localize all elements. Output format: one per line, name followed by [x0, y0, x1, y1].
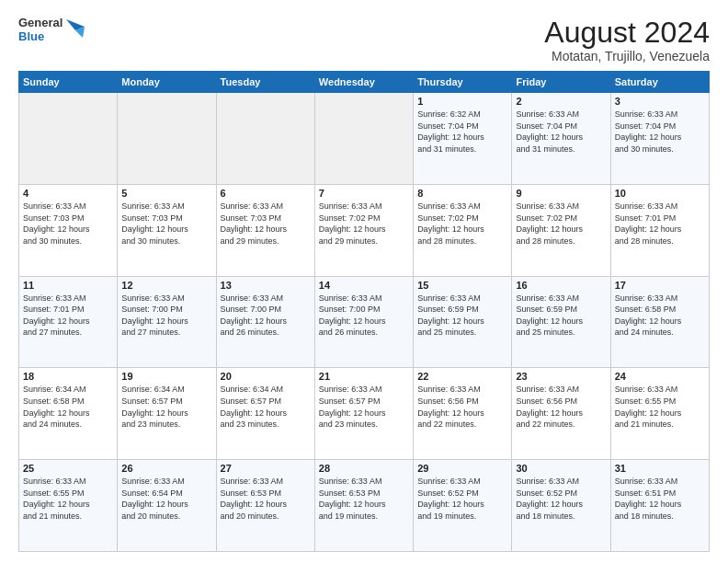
calendar-cell: 26Sunrise: 6:33 AM Sunset: 6:54 PM Dayli… [118, 460, 216, 552]
calendar-cell: 27Sunrise: 6:33 AM Sunset: 6:53 PM Dayli… [216, 460, 314, 552]
day-number: 9 [516, 188, 606, 199]
calendar-header-friday: Friday [512, 72, 610, 93]
day-number: 2 [516, 96, 606, 107]
day-info: Sunrise: 6:33 AM Sunset: 7:03 PM Dayligh… [23, 201, 113, 247]
day-info: Sunrise: 6:33 AM Sunset: 7:00 PM Dayligh… [121, 293, 211, 339]
calendar-header-saturday: Saturday [610, 72, 709, 93]
calendar: SundayMondayTuesdayWednesdayThursdayFrid… [18, 71, 710, 552]
calendar-cell: 24Sunrise: 6:33 AM Sunset: 6:55 PM Dayli… [610, 368, 709, 460]
day-number: 17 [615, 280, 705, 291]
day-info: Sunrise: 6:33 AM Sunset: 6:58 PM Dayligh… [615, 293, 705, 339]
day-info: Sunrise: 6:33 AM Sunset: 6:53 PM Dayligh… [221, 476, 311, 522]
title-block: August 2024 Motatan, Trujillo, Venezuela [544, 17, 710, 63]
calendar-cell: 23Sunrise: 6:33 AM Sunset: 6:56 PM Dayli… [512, 368, 610, 460]
calendar-cell: 2Sunrise: 6:33 AM Sunset: 7:04 PM Daylig… [512, 93, 610, 185]
calendar-cell [19, 93, 118, 185]
day-number: 12 [121, 280, 211, 291]
calendar-header-wednesday: Wednesday [314, 72, 413, 93]
day-number: 25 [23, 463, 113, 474]
day-info: Sunrise: 6:33 AM Sunset: 7:02 PM Dayligh… [417, 201, 507, 247]
calendar-cell: 8Sunrise: 6:33 AM Sunset: 7:02 PM Daylig… [414, 184, 512, 276]
day-info: Sunrise: 6:33 AM Sunset: 6:56 PM Dayligh… [516, 384, 606, 430]
calendar-header-thursday: Thursday [414, 72, 512, 93]
day-info: Sunrise: 6:33 AM Sunset: 7:00 PM Dayligh… [221, 293, 311, 339]
logo-bird-icon [66, 19, 85, 41]
calendar-cell: 1Sunrise: 6:32 AM Sunset: 7:04 PM Daylig… [414, 93, 512, 185]
day-number: 30 [516, 463, 606, 474]
logo-blue: Blue [18, 30, 63, 44]
calendar-cell: 3Sunrise: 6:33 AM Sunset: 7:04 PM Daylig… [610, 93, 709, 185]
day-number: 28 [319, 463, 409, 474]
day-number: 18 [23, 371, 113, 382]
logo-general: General [18, 17, 63, 30]
day-info: Sunrise: 6:33 AM Sunset: 7:01 PM Dayligh… [23, 293, 113, 339]
day-number: 23 [516, 371, 606, 382]
day-number: 11 [23, 280, 113, 291]
calendar-cell: 7Sunrise: 6:33 AM Sunset: 7:02 PM Daylig… [314, 184, 413, 276]
calendar-header-monday: Monday [118, 72, 216, 93]
calendar-cell: 4Sunrise: 6:33 AM Sunset: 7:03 PM Daylig… [19, 184, 118, 276]
calendar-cell: 20Sunrise: 6:34 AM Sunset: 6:57 PM Dayli… [216, 368, 314, 460]
day-number: 22 [417, 371, 507, 382]
calendar-cell: 31Sunrise: 6:33 AM Sunset: 6:51 PM Dayli… [610, 460, 709, 552]
calendar-cell: 5Sunrise: 6:33 AM Sunset: 7:03 PM Daylig… [118, 184, 216, 276]
day-number: 1 [417, 96, 507, 107]
day-number: 27 [221, 463, 311, 474]
calendar-cell: 28Sunrise: 6:33 AM Sunset: 6:53 PM Dayli… [314, 460, 413, 552]
logo: General Blue [18, 17, 85, 44]
day-number: 24 [615, 371, 705, 382]
calendar-header-row: SundayMondayTuesdayWednesdayThursdayFrid… [19, 72, 710, 93]
calendar-cell: 10Sunrise: 6:33 AM Sunset: 7:01 PM Dayli… [610, 184, 709, 276]
calendar-cell: 9Sunrise: 6:33 AM Sunset: 7:02 PM Daylig… [512, 184, 610, 276]
day-info: Sunrise: 6:33 AM Sunset: 7:04 PM Dayligh… [516, 109, 606, 155]
calendar-header-sunday: Sunday [19, 72, 118, 93]
calendar-cell: 25Sunrise: 6:33 AM Sunset: 6:55 PM Dayli… [19, 460, 118, 552]
day-info: Sunrise: 6:33 AM Sunset: 7:01 PM Dayligh… [615, 201, 705, 247]
calendar-cell: 30Sunrise: 6:33 AM Sunset: 6:52 PM Dayli… [512, 460, 610, 552]
day-info: Sunrise: 6:33 AM Sunset: 7:03 PM Dayligh… [221, 201, 311, 247]
day-number: 20 [221, 371, 311, 382]
calendar-week-4: 18Sunrise: 6:34 AM Sunset: 6:58 PM Dayli… [19, 368, 710, 460]
day-info: Sunrise: 6:33 AM Sunset: 6:54 PM Dayligh… [121, 476, 211, 522]
header: General Blue August 2024 Motatan, Trujil… [18, 17, 710, 63]
day-info: Sunrise: 6:33 AM Sunset: 7:02 PM Dayligh… [319, 201, 409, 247]
calendar-cell: 16Sunrise: 6:33 AM Sunset: 6:59 PM Dayli… [512, 276, 610, 368]
calendar-cell: 12Sunrise: 6:33 AM Sunset: 7:00 PM Dayli… [118, 276, 216, 368]
calendar-cell [216, 93, 314, 185]
day-info: Sunrise: 6:32 AM Sunset: 7:04 PM Dayligh… [417, 109, 507, 155]
day-info: Sunrise: 6:34 AM Sunset: 6:57 PM Dayligh… [221, 384, 311, 430]
calendar-week-2: 4Sunrise: 6:33 AM Sunset: 7:03 PM Daylig… [19, 184, 710, 276]
day-info: Sunrise: 6:33 AM Sunset: 6:55 PM Dayligh… [23, 476, 113, 522]
day-number: 8 [417, 188, 507, 199]
day-number: 16 [516, 280, 606, 291]
page: General Blue August 2024 Motatan, Trujil… [0, 0, 728, 563]
calendar-cell: 6Sunrise: 6:33 AM Sunset: 7:03 PM Daylig… [216, 184, 314, 276]
day-info: Sunrise: 6:33 AM Sunset: 7:00 PM Dayligh… [319, 293, 409, 339]
day-info: Sunrise: 6:33 AM Sunset: 6:55 PM Dayligh… [615, 384, 705, 430]
day-info: Sunrise: 6:33 AM Sunset: 6:52 PM Dayligh… [417, 476, 507, 522]
calendar-week-5: 25Sunrise: 6:33 AM Sunset: 6:55 PM Dayli… [19, 460, 710, 552]
calendar-cell: 22Sunrise: 6:33 AM Sunset: 6:56 PM Dayli… [414, 368, 512, 460]
day-info: Sunrise: 6:33 AM Sunset: 7:04 PM Dayligh… [615, 109, 705, 155]
calendar-cell: 15Sunrise: 6:33 AM Sunset: 6:59 PM Dayli… [414, 276, 512, 368]
day-number: 14 [319, 280, 409, 291]
day-info: Sunrise: 6:33 AM Sunset: 6:52 PM Dayligh… [516, 476, 606, 522]
calendar-cell: 17Sunrise: 6:33 AM Sunset: 6:58 PM Dayli… [610, 276, 709, 368]
day-info: Sunrise: 6:33 AM Sunset: 6:59 PM Dayligh… [417, 293, 507, 339]
day-number: 26 [121, 463, 211, 474]
calendar-cell: 13Sunrise: 6:33 AM Sunset: 7:00 PM Dayli… [216, 276, 314, 368]
calendar-cell: 14Sunrise: 6:33 AM Sunset: 7:00 PM Dayli… [314, 276, 413, 368]
day-info: Sunrise: 6:33 AM Sunset: 6:59 PM Dayligh… [516, 293, 606, 339]
day-info: Sunrise: 6:33 AM Sunset: 6:56 PM Dayligh… [417, 384, 507, 430]
day-number: 10 [615, 188, 705, 199]
calendar-cell: 11Sunrise: 6:33 AM Sunset: 7:01 PM Dayli… [19, 276, 118, 368]
day-number: 21 [319, 371, 409, 382]
day-number: 3 [615, 96, 705, 107]
calendar-cell [118, 93, 216, 185]
day-info: Sunrise: 6:33 AM Sunset: 6:53 PM Dayligh… [319, 476, 409, 522]
day-number: 5 [121, 188, 211, 199]
day-info: Sunrise: 6:33 AM Sunset: 7:03 PM Dayligh… [121, 201, 211, 247]
day-number: 6 [221, 188, 311, 199]
calendar-cell: 29Sunrise: 6:33 AM Sunset: 6:52 PM Dayli… [414, 460, 512, 552]
day-number: 15 [417, 280, 507, 291]
